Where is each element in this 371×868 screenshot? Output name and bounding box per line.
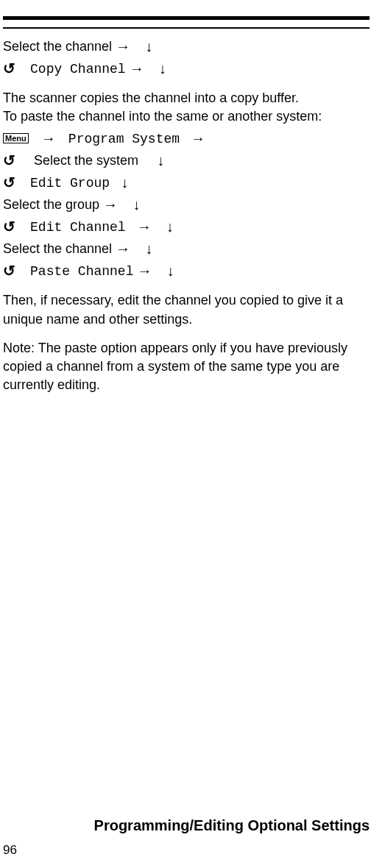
menu-text: Edit Channel xyxy=(30,220,126,235)
arrow-down-icon xyxy=(167,260,174,281)
paragraph-note: Note: The paste option appears only if y… xyxy=(3,339,370,395)
document-page: Select the channel Copy Channel The scan… xyxy=(0,0,371,868)
menu-text: Copy Channel xyxy=(30,62,126,77)
section-footer-title: Programming/Editing Optional Settings xyxy=(3,817,370,834)
horizontal-rule-thin xyxy=(3,27,370,29)
line-menu-program-system: Menu Program System xyxy=(3,128,370,149)
rotate-icon xyxy=(3,216,15,237)
arrow-right-icon xyxy=(116,36,130,57)
menu-text: Edit Group xyxy=(30,176,110,191)
rotate-icon xyxy=(3,150,15,171)
menu-text: Paste Channel xyxy=(30,264,133,279)
paragraph-copy-buffer: The scanner copies the channel into a co… xyxy=(3,89,370,126)
rotate-icon xyxy=(3,172,15,193)
arrow-down-icon xyxy=(145,36,152,57)
paragraph-edit-channel: Then, if necessary, edit the channel you… xyxy=(3,291,370,328)
arrow-down-icon xyxy=(159,58,166,79)
arrow-right-icon xyxy=(103,194,118,215)
arrow-right-icon xyxy=(191,128,205,149)
menu-button-icon: Menu xyxy=(3,133,29,143)
line-edit-channel: Edit Channel xyxy=(3,216,370,237)
text-line: To paste the channel into the same or an… xyxy=(3,107,370,126)
text-line: The scanner copies the channel into a co… xyxy=(3,89,370,107)
page-number: 96 xyxy=(3,843,17,858)
arrow-right-icon xyxy=(130,58,144,79)
body-text: Select the channel Copy Channel The scan… xyxy=(3,36,370,394)
line-select-system: Select the system xyxy=(3,150,370,171)
arrow-right-icon xyxy=(137,216,152,237)
line-edit-group: Edit Group xyxy=(3,172,370,193)
line-copy-channel: Copy Channel xyxy=(3,58,370,79)
arrow-down-icon xyxy=(145,238,152,259)
arrow-down-icon xyxy=(166,216,174,237)
arrow-right-icon xyxy=(138,260,152,281)
line-select-channel: Select the channel xyxy=(3,36,370,57)
text: Select the system xyxy=(34,153,138,168)
arrow-down-icon xyxy=(132,194,140,215)
arrow-down-icon xyxy=(157,150,164,171)
text: Select the group xyxy=(3,197,103,212)
line-select-channel-2: Select the channel xyxy=(3,238,370,259)
line-select-group: Select the group xyxy=(3,194,370,215)
rotate-icon xyxy=(3,260,15,281)
arrow-right-icon xyxy=(40,128,57,149)
text: Select the channel xyxy=(3,39,116,54)
text: Select the channel xyxy=(3,241,116,256)
arrow-right-icon xyxy=(116,238,130,259)
menu-text: Program System xyxy=(68,132,180,146)
line-paste-channel: Paste Channel xyxy=(3,260,370,281)
arrow-down-icon xyxy=(121,172,128,193)
rotate-icon xyxy=(3,58,15,79)
horizontal-rule-thick xyxy=(3,16,370,20)
